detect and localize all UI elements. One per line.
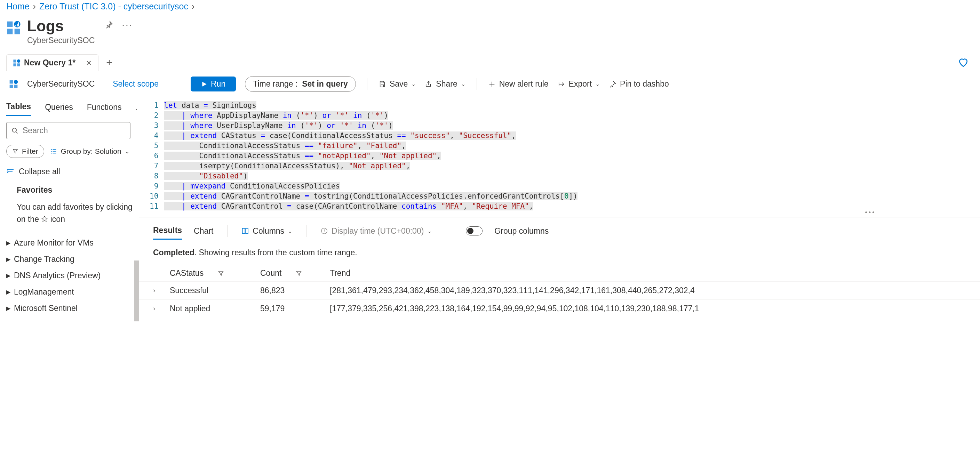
query-tab-bar: New Query 1* ✕ + <box>0 54 980 71</box>
filter-icon[interactable] <box>218 270 224 277</box>
results-status: Completed. Showing results from the cust… <box>139 244 980 265</box>
tree-item[interactable]: ▶Azure Monitor for VMs <box>6 235 132 251</box>
cell-trend: [281,361,479,293,234,362,458,304,189,323… <box>330 286 966 295</box>
pin-dashboard-button[interactable]: Pin to dashbo <box>609 79 669 89</box>
tab-functions[interactable]: Functions <box>87 103 122 116</box>
collapse-all-button[interactable]: Collapse all <box>6 167 132 176</box>
tab-tables[interactable]: Tables <box>6 102 31 116</box>
breadcrumb-home[interactable]: Home <box>6 2 30 11</box>
display-time-button[interactable]: Display time (UTC+00:00)⌄ <box>320 226 432 236</box>
pin-icon[interactable] <box>105 21 113 29</box>
svg-rect-7 <box>13 59 16 62</box>
close-icon[interactable]: ✕ <box>86 59 92 67</box>
query-tab-active[interactable]: New Query 1* ✕ <box>6 54 99 71</box>
tree-item[interactable]: ▶Microsoft Sentinel <box>6 300 132 316</box>
tree-item[interactable]: ▶Change Tracking <box>6 251 132 267</box>
page-title: Logs <box>27 18 95 34</box>
grid-row[interactable]: › Not applied 59,179 [177,379,335,256,42… <box>139 300 980 317</box>
chevron-down-icon: ⌄ <box>411 81 416 87</box>
favorite-icon[interactable] <box>958 57 969 68</box>
scope-name: CyberSecuritySOC <box>27 79 95 89</box>
new-alert-button[interactable]: New alert rule <box>488 79 549 89</box>
expand-row-icon[interactable]: › <box>153 305 170 312</box>
editor-code[interactable]: let data = SigninLogs | where AppDisplay… <box>164 97 578 215</box>
svg-rect-1 <box>7 29 13 35</box>
scrollbar-thumb[interactable] <box>134 260 139 321</box>
expand-row-icon[interactable]: › <box>153 287 170 294</box>
save-button[interactable]: Save⌄ <box>379 79 416 89</box>
tree-item[interactable]: ▶LogManagement <box>6 284 132 300</box>
time-range-picker[interactable]: Time range : Set in query <box>245 76 356 92</box>
query-tab-label: New Query 1* <box>24 58 75 67</box>
filter-button[interactable]: Filter <box>6 145 44 158</box>
svg-rect-12 <box>10 84 13 88</box>
caret-right-icon: ▶ <box>6 289 10 295</box>
col-castatus[interactable]: CAStatus <box>170 268 204 278</box>
editor-gutter: 1 2 3 4 5 6 7 8 9 10 11 <box>139 97 164 215</box>
svg-point-14 <box>14 79 18 84</box>
logs-mini-icon <box>9 79 18 89</box>
chevron-right-icon: › <box>33 2 36 11</box>
columns-icon <box>242 227 249 235</box>
collapse-icon <box>6 168 14 176</box>
add-tab-button[interactable]: + <box>99 57 120 68</box>
chevron-down-icon: ⌄ <box>595 81 600 87</box>
tab-chart[interactable]: Chart <box>194 223 213 239</box>
chevron-right-icon: › <box>192 2 194 11</box>
save-icon <box>379 80 386 88</box>
cell-count: 86,823 <box>260 286 330 295</box>
schema-panel: Tables Queries Functions ··· « ⋮ Filter … <box>0 97 139 321</box>
chevron-down-icon: ⌄ <box>288 228 292 235</box>
group-by-button[interactable]: Group by: Solution⌄ <box>48 145 131 158</box>
breadcrumb-workbook[interactable]: Zero Trust (TIC 3.0) - cybersecuritysoc <box>39 2 188 11</box>
svg-point-10 <box>17 59 21 63</box>
svg-rect-2 <box>14 29 20 35</box>
star-icon <box>41 216 48 222</box>
main-area: Tables Queries Functions ··· « ⋮ Filter … <box>0 97 980 321</box>
search-icon <box>11 127 18 134</box>
query-toolbar: CyberSecuritySOC Select scope Run Time r… <box>0 71 980 97</box>
ellipsis-icon: ••• <box>865 208 876 218</box>
tree-item[interactable]: ▶DNS Analytics (Preview) <box>6 267 132 284</box>
caret-right-icon: ▶ <box>6 305 10 312</box>
page-header: Logs CyberSecuritySOC ··· <box>0 15 980 54</box>
svg-rect-6 <box>18 22 19 27</box>
tab-results[interactable]: Results <box>153 222 182 240</box>
svg-rect-8 <box>13 63 16 66</box>
logs-icon <box>6 21 21 35</box>
query-editor[interactable]: 1 2 3 4 5 6 7 8 9 10 11 let data = Signi… <box>139 97 980 217</box>
svg-rect-16 <box>242 229 245 234</box>
run-button[interactable]: Run <box>191 76 236 92</box>
chevron-down-icon: ⌄ <box>461 81 466 87</box>
results-toolbar: Results Chart Columns⌄ Display time (UTC… <box>139 217 980 244</box>
chevron-down-icon: ⌄ <box>427 228 432 235</box>
more-icon[interactable]: ··· <box>122 19 133 30</box>
select-scope-link[interactable]: Select scope <box>113 79 159 89</box>
svg-rect-13 <box>14 84 18 88</box>
group-columns-toggle[interactable] <box>466 226 482 235</box>
export-button[interactable]: Export⌄ <box>558 79 600 89</box>
cell-castatus: Successful <box>170 286 260 295</box>
table-tree: ▶Azure Monitor for VMs ▶Change Tracking … <box>6 235 132 316</box>
columns-button[interactable]: Columns⌄ <box>242 226 292 236</box>
pin-icon <box>609 80 616 88</box>
cell-castatus: Not applied <box>170 304 260 313</box>
col-trend[interactable]: Trend <box>330 268 350 278</box>
tab-queries[interactable]: Queries <box>45 103 73 116</box>
breadcrumb: Home › Zero Trust (TIC 3.0) - cybersecur… <box>0 0 980 15</box>
share-icon <box>425 80 433 88</box>
search-input[interactable] <box>6 122 130 139</box>
favorites-empty-text: You can add favorites by clicking on the… <box>17 201 132 225</box>
svg-point-15 <box>13 128 17 132</box>
plus-icon <box>488 80 496 88</box>
favorites-heading: Favorites <box>17 186 132 195</box>
caret-right-icon: ▶ <box>6 272 10 279</box>
chevron-down-icon: ⌄ <box>125 148 129 155</box>
share-button[interactable]: Share⌄ <box>425 79 465 89</box>
svg-rect-4 <box>15 25 16 27</box>
list-icon <box>50 148 57 155</box>
group-columns-label: Group columns <box>494 226 549 236</box>
filter-icon[interactable] <box>295 270 302 277</box>
col-count[interactable]: Count <box>260 268 282 278</box>
grid-row[interactable]: › Successful 86,823 [281,361,479,293,234… <box>139 281 980 300</box>
